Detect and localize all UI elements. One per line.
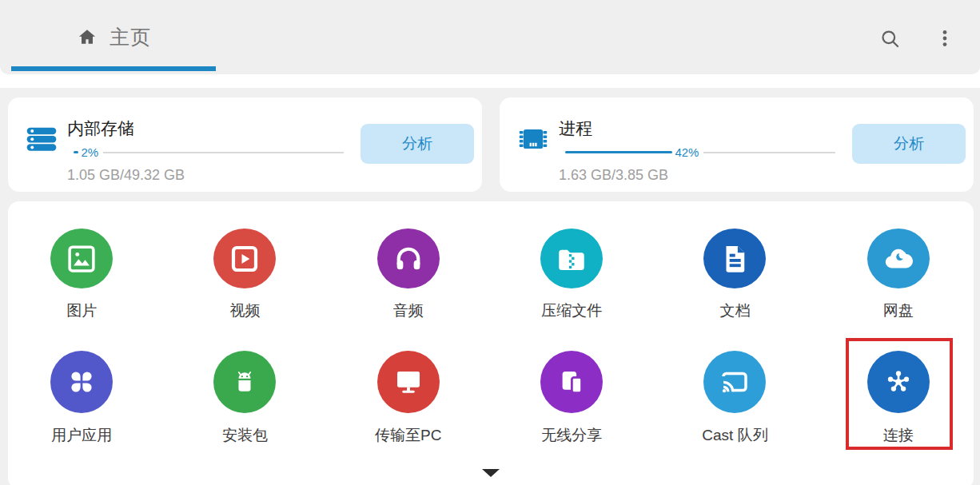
cpu-icon: [516, 120, 551, 158]
connect-icon: [867, 351, 930, 413]
storage-progress-bar: 2%: [74, 145, 344, 159]
storage-percent: 2%: [81, 145, 98, 159]
grid-item-label: 压缩文件: [541, 300, 602, 321]
audio-icon: [377, 229, 440, 288]
category-grid: 图片视频音频压缩文件文档网盘用户应用安装包传输至PC无线分享Cast 队列连接: [0, 201, 980, 446]
grid-item-label: 用户应用: [51, 425, 112, 446]
tab-home-label: 主页: [110, 24, 151, 50]
search-icon[interactable]: [874, 22, 906, 54]
pictures-icon: [50, 229, 113, 288]
grid-item-transfer-to-pc[interactable]: 传输至PC: [327, 321, 490, 446]
grid-item-label: 视频: [229, 300, 260, 321]
grid-item-label: 传输至PC: [375, 425, 441, 446]
analyze-button[interactable]: 分析: [852, 124, 966, 164]
grid-item-label: 无线分享: [541, 425, 602, 446]
video-icon: [213, 229, 276, 288]
grid-item-label: Cast 队列: [702, 425, 767, 446]
grid-item-label: 图片: [66, 300, 97, 321]
transfer-to-pc-icon: [377, 351, 440, 413]
apk-icon: [213, 351, 276, 413]
grid-item-cloud-drive[interactable]: 网盘: [817, 201, 980, 321]
grid-item-user-apps[interactable]: 用户应用: [0, 321, 163, 446]
archive-icon: [540, 229, 603, 288]
home-icon: [76, 26, 98, 49]
grid-item-audio[interactable]: 音频: [327, 201, 490, 321]
document-icon: [703, 229, 766, 288]
storage-icon: [24, 120, 59, 158]
storage-usage: 1.05 GB/49.32 GB: [67, 167, 361, 184]
active-tab-indicator: [11, 66, 216, 71]
process-progress-bar: 42%: [565, 145, 835, 159]
chevron-down-icon[interactable]: [481, 467, 500, 479]
internal-storage-card[interactable]: 内部存储 2% 1.05 GB/49.32 GB 分析: [8, 97, 482, 192]
grid-item-label: 音频: [393, 300, 424, 321]
grid-item-label: 网盘: [883, 300, 914, 321]
top-bar: 主页: [0, 0, 980, 74]
grid-item-video[interactable]: 视频: [163, 201, 326, 321]
card-title: 进程: [559, 118, 852, 139]
cast-queue-icon: [703, 351, 766, 413]
grid-item-connect[interactable]: 连接: [817, 321, 980, 446]
grid-item-cast-queue[interactable]: Cast 队列: [653, 321, 816, 446]
wireless-share-icon: [540, 351, 603, 413]
grid-item-label: 连接: [883, 425, 914, 446]
user-apps-icon: [50, 351, 113, 413]
grid-item-wireless-share[interactable]: 无线分享: [490, 321, 653, 446]
process-percent: 42%: [675, 145, 699, 159]
grid-item-archive[interactable]: 压缩文件: [490, 201, 653, 321]
analyze-button[interactable]: 分析: [361, 124, 474, 164]
grid-item-apk[interactable]: 安装包: [163, 321, 326, 446]
grid-item-label: 安装包: [222, 425, 268, 446]
grid-item-pictures[interactable]: 图片: [0, 201, 163, 321]
card-title: 内部存储: [67, 118, 361, 139]
process-card[interactable]: 进程 42% 1.63 GB/3.85 GB 分析: [500, 97, 974, 192]
overflow-menu-icon[interactable]: [929, 22, 961, 54]
tab-home[interactable]: 主页: [11, 0, 216, 74]
grid-item-label: 文档: [719, 300, 750, 321]
cloud-drive-icon: [867, 229, 930, 288]
grid-item-document[interactable]: 文档: [653, 201, 816, 321]
process-usage: 1.63 GB/3.85 GB: [559, 167, 852, 184]
